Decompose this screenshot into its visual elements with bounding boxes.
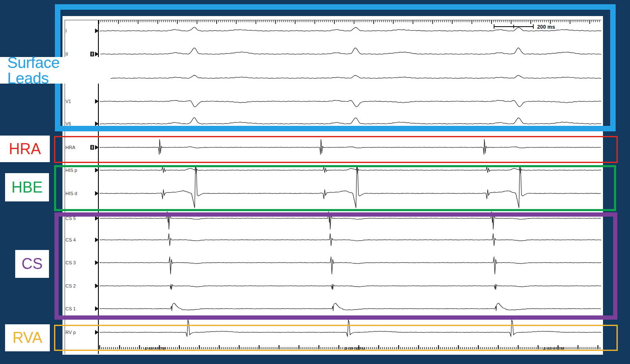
hbe-label: HBE (11, 180, 43, 195)
trace-V6 (100, 117, 601, 124)
trace-CS-3 (100, 257, 601, 274)
rva-label-box: RVA (5, 324, 50, 351)
trace-HIS-d (100, 166, 601, 208)
panel-frame (65, 20, 601, 354)
top-time-ruler (99, 20, 600, 24)
scale-bar-label: 200 ms (537, 24, 555, 30)
timestamp: 4:08:04PM (344, 347, 365, 351)
surface-leads-label: Surface Leads (7, 55, 99, 86)
channel-label-HIS-p: HIS p (65, 168, 77, 173)
trace-CS-4 (100, 234, 601, 246)
timestamp: 4:08:03PM (144, 347, 165, 351)
trace-HRA (100, 139, 601, 155)
trace-I (100, 27, 601, 31)
waveform-traces (100, 27, 601, 337)
trace-V1 (100, 101, 601, 107)
trace-CS-2 (100, 284, 601, 290)
channel-gain-icon-slit (92, 146, 92, 149)
trace-II (100, 48, 601, 54)
surface-leads-label-strip: Surface Leads (0, 57, 99, 84)
hbe-label-box: HBE (5, 173, 49, 201)
channel-label-RV-p: RV p (65, 330, 76, 335)
channel-label-CS-3: CS 3 (65, 260, 76, 265)
hra-label: HRA (9, 141, 41, 157)
channel-label-HRA: HRA (65, 145, 76, 150)
trace-HIS-p (100, 166, 601, 174)
hra-label-box: HRA (0, 136, 50, 162)
cs-label-box: CS (15, 250, 49, 278)
trace-aux (111, 75, 601, 79)
channel-label-V6: V6 (65, 121, 71, 126)
trace-CS-5 (100, 212, 601, 229)
channel-label-HIS-d: HIS d (65, 191, 77, 196)
ep-study-slide: IIIV1V6HRAHIS pHIS dCS 5CS 4CS 3CS 2CS 1… (0, 0, 630, 364)
rva-label: RVA (13, 330, 43, 345)
channel-label-I: I (65, 28, 67, 33)
channel-label-CS-4: CS 4 (65, 237, 76, 242)
cs-label: CS (22, 256, 43, 272)
channel-label-CS-2: CS 2 (65, 283, 76, 288)
channel-label-CS-5: CS 5 (65, 216, 76, 221)
trace-CS-1 (100, 303, 601, 311)
channel-label-V1: V1 (65, 99, 71, 104)
top-ruler-minor-ticks (101, 20, 600, 22)
channel-label-CS-1: CS 1 (65, 306, 76, 311)
timestamp: 4:08:05PM (543, 347, 564, 351)
scale-bar (494, 24, 533, 29)
trace-RV-p (100, 320, 601, 337)
